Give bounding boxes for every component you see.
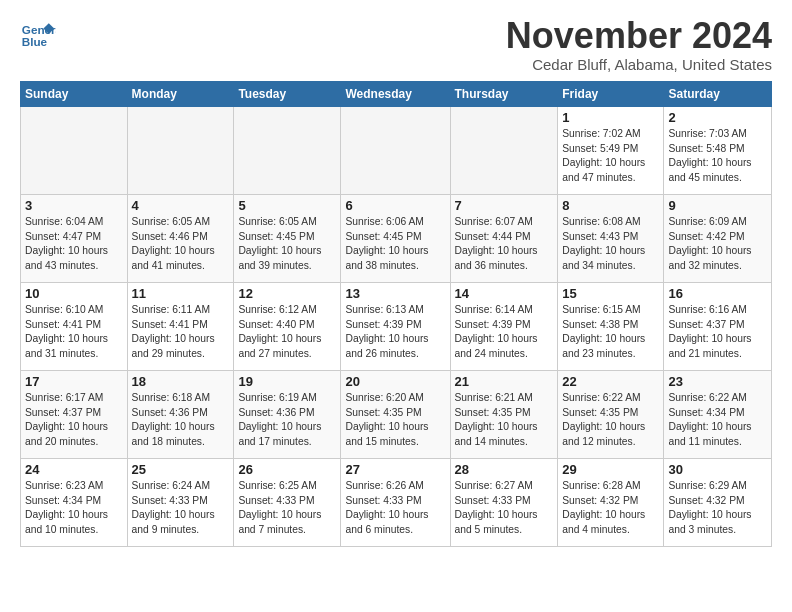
- day-info: Sunrise: 6:09 AM Sunset: 4:42 PM Dayligh…: [668, 215, 767, 275]
- day-number: 21: [455, 374, 554, 389]
- calendar-cell: 26Sunrise: 6:25 AM Sunset: 4:33 PM Dayli…: [234, 458, 341, 546]
- calendar-cell: 8Sunrise: 6:08 AM Sunset: 4:43 PM Daylig…: [558, 194, 664, 282]
- day-info: Sunrise: 6:05 AM Sunset: 4:46 PM Dayligh…: [132, 215, 230, 275]
- calendar-cell: 17Sunrise: 6:17 AM Sunset: 4:37 PM Dayli…: [21, 370, 128, 458]
- calendar-table: SundayMondayTuesdayWednesdayThursdayFrid…: [20, 81, 772, 547]
- day-number: 5: [238, 198, 336, 213]
- day-info: Sunrise: 6:10 AM Sunset: 4:41 PM Dayligh…: [25, 303, 123, 363]
- calendar-cell: 24Sunrise: 6:23 AM Sunset: 4:34 PM Dayli…: [21, 458, 128, 546]
- calendar-cell: 27Sunrise: 6:26 AM Sunset: 4:33 PM Dayli…: [341, 458, 450, 546]
- day-number: 18: [132, 374, 230, 389]
- day-number: 22: [562, 374, 659, 389]
- calendar-cell: 22Sunrise: 6:22 AM Sunset: 4:35 PM Dayli…: [558, 370, 664, 458]
- day-info: Sunrise: 7:03 AM Sunset: 5:48 PM Dayligh…: [668, 127, 767, 187]
- day-info: Sunrise: 6:27 AM Sunset: 4:33 PM Dayligh…: [455, 479, 554, 539]
- day-number: 28: [455, 462, 554, 477]
- calendar-cell: 19Sunrise: 6:19 AM Sunset: 4:36 PM Dayli…: [234, 370, 341, 458]
- day-info: Sunrise: 6:24 AM Sunset: 4:33 PM Dayligh…: [132, 479, 230, 539]
- calendar-cell: 16Sunrise: 6:16 AM Sunset: 4:37 PM Dayli…: [664, 282, 772, 370]
- calendar-cell: 30Sunrise: 6:29 AM Sunset: 4:32 PM Dayli…: [664, 458, 772, 546]
- calendar-cell: [341, 106, 450, 194]
- day-info: Sunrise: 6:18 AM Sunset: 4:36 PM Dayligh…: [132, 391, 230, 451]
- day-info: Sunrise: 6:23 AM Sunset: 4:34 PM Dayligh…: [25, 479, 123, 539]
- calendar-cell: 15Sunrise: 6:15 AM Sunset: 4:38 PM Dayli…: [558, 282, 664, 370]
- location: Cedar Bluff, Alabama, United States: [506, 56, 772, 73]
- calendar-cell: [127, 106, 234, 194]
- calendar-cell: 11Sunrise: 6:11 AM Sunset: 4:41 PM Dayli…: [127, 282, 234, 370]
- day-info: Sunrise: 6:06 AM Sunset: 4:45 PM Dayligh…: [345, 215, 445, 275]
- day-info: Sunrise: 6:12 AM Sunset: 4:40 PM Dayligh…: [238, 303, 336, 363]
- calendar-cell: 6Sunrise: 6:06 AM Sunset: 4:45 PM Daylig…: [341, 194, 450, 282]
- day-info: Sunrise: 6:21 AM Sunset: 4:35 PM Dayligh…: [455, 391, 554, 451]
- day-info: Sunrise: 6:15 AM Sunset: 4:38 PM Dayligh…: [562, 303, 659, 363]
- day-info: Sunrise: 6:28 AM Sunset: 4:32 PM Dayligh…: [562, 479, 659, 539]
- calendar-cell: 14Sunrise: 6:14 AM Sunset: 4:39 PM Dayli…: [450, 282, 558, 370]
- calendar-cell: 25Sunrise: 6:24 AM Sunset: 4:33 PM Dayli…: [127, 458, 234, 546]
- day-number: 8: [562, 198, 659, 213]
- day-info: Sunrise: 6:14 AM Sunset: 4:39 PM Dayligh…: [455, 303, 554, 363]
- calendar-cell: 28Sunrise: 6:27 AM Sunset: 4:33 PM Dayli…: [450, 458, 558, 546]
- day-info: Sunrise: 6:16 AM Sunset: 4:37 PM Dayligh…: [668, 303, 767, 363]
- day-info: Sunrise: 7:02 AM Sunset: 5:49 PM Dayligh…: [562, 127, 659, 187]
- calendar-cell: 12Sunrise: 6:12 AM Sunset: 4:40 PM Dayli…: [234, 282, 341, 370]
- day-header-sunday: Sunday: [21, 81, 128, 106]
- calendar-cell: 3Sunrise: 6:04 AM Sunset: 4:47 PM Daylig…: [21, 194, 128, 282]
- day-number: 10: [25, 286, 123, 301]
- title-block: November 2024 Cedar Bluff, Alabama, Unit…: [506, 16, 772, 73]
- day-number: 25: [132, 462, 230, 477]
- day-header-monday: Monday: [127, 81, 234, 106]
- day-number: 17: [25, 374, 123, 389]
- calendar-cell: 9Sunrise: 6:09 AM Sunset: 4:42 PM Daylig…: [664, 194, 772, 282]
- calendar-cell: 13Sunrise: 6:13 AM Sunset: 4:39 PM Dayli…: [341, 282, 450, 370]
- day-number: 15: [562, 286, 659, 301]
- calendar-cell: 4Sunrise: 6:05 AM Sunset: 4:46 PM Daylig…: [127, 194, 234, 282]
- calendar-cell: [21, 106, 128, 194]
- page-header: General Blue November 2024 Cedar Bluff, …: [20, 16, 772, 73]
- month-title: November 2024: [506, 16, 772, 56]
- day-info: Sunrise: 6:29 AM Sunset: 4:32 PM Dayligh…: [668, 479, 767, 539]
- day-number: 30: [668, 462, 767, 477]
- day-number: 9: [668, 198, 767, 213]
- day-info: Sunrise: 6:22 AM Sunset: 4:34 PM Dayligh…: [668, 391, 767, 451]
- day-info: Sunrise: 6:22 AM Sunset: 4:35 PM Dayligh…: [562, 391, 659, 451]
- day-info: Sunrise: 6:25 AM Sunset: 4:33 PM Dayligh…: [238, 479, 336, 539]
- day-info: Sunrise: 6:17 AM Sunset: 4:37 PM Dayligh…: [25, 391, 123, 451]
- day-number: 29: [562, 462, 659, 477]
- svg-text:Blue: Blue: [22, 35, 48, 48]
- day-number: 4: [132, 198, 230, 213]
- calendar-cell: 7Sunrise: 6:07 AM Sunset: 4:44 PM Daylig…: [450, 194, 558, 282]
- day-info: Sunrise: 6:11 AM Sunset: 4:41 PM Dayligh…: [132, 303, 230, 363]
- calendar-cell: 29Sunrise: 6:28 AM Sunset: 4:32 PM Dayli…: [558, 458, 664, 546]
- logo: General Blue: [20, 16, 56, 52]
- calendar-cell: 5Sunrise: 6:05 AM Sunset: 4:45 PM Daylig…: [234, 194, 341, 282]
- day-number: 11: [132, 286, 230, 301]
- day-number: 3: [25, 198, 123, 213]
- day-number: 26: [238, 462, 336, 477]
- day-info: Sunrise: 6:08 AM Sunset: 4:43 PM Dayligh…: [562, 215, 659, 275]
- logo-icon: General Blue: [20, 16, 56, 52]
- day-info: Sunrise: 6:20 AM Sunset: 4:35 PM Dayligh…: [345, 391, 445, 451]
- day-number: 19: [238, 374, 336, 389]
- day-number: 27: [345, 462, 445, 477]
- day-info: Sunrise: 6:13 AM Sunset: 4:39 PM Dayligh…: [345, 303, 445, 363]
- calendar-cell: 20Sunrise: 6:20 AM Sunset: 4:35 PM Dayli…: [341, 370, 450, 458]
- day-header-thursday: Thursday: [450, 81, 558, 106]
- day-number: 1: [562, 110, 659, 125]
- calendar-cell: 2Sunrise: 7:03 AM Sunset: 5:48 PM Daylig…: [664, 106, 772, 194]
- day-number: 23: [668, 374, 767, 389]
- day-info: Sunrise: 6:07 AM Sunset: 4:44 PM Dayligh…: [455, 215, 554, 275]
- day-number: 6: [345, 198, 445, 213]
- calendar-cell: 18Sunrise: 6:18 AM Sunset: 4:36 PM Dayli…: [127, 370, 234, 458]
- day-number: 16: [668, 286, 767, 301]
- day-number: 7: [455, 198, 554, 213]
- day-info: Sunrise: 6:19 AM Sunset: 4:36 PM Dayligh…: [238, 391, 336, 451]
- day-number: 24: [25, 462, 123, 477]
- calendar-cell: [234, 106, 341, 194]
- day-header-saturday: Saturday: [664, 81, 772, 106]
- calendar-cell: 23Sunrise: 6:22 AM Sunset: 4:34 PM Dayli…: [664, 370, 772, 458]
- day-number: 12: [238, 286, 336, 301]
- calendar-cell: [450, 106, 558, 194]
- calendar-cell: 1Sunrise: 7:02 AM Sunset: 5:49 PM Daylig…: [558, 106, 664, 194]
- calendar-cell: 21Sunrise: 6:21 AM Sunset: 4:35 PM Dayli…: [450, 370, 558, 458]
- day-number: 13: [345, 286, 445, 301]
